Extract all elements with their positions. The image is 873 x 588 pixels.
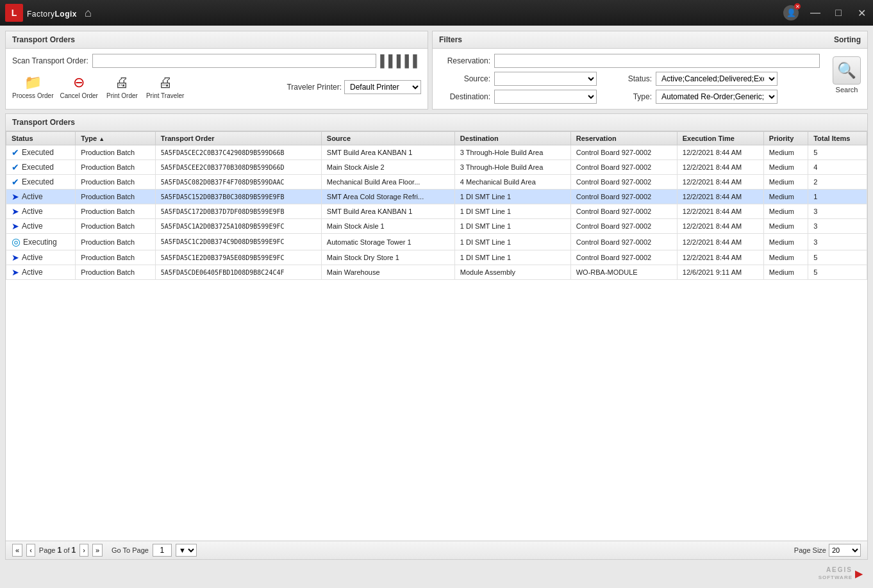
cell-status: ✔ Executed bbox=[6, 160, 76, 175]
print-traveler-button[interactable]: 🖨 Print Traveler bbox=[146, 74, 184, 99]
status-label: Active bbox=[22, 253, 43, 262]
process-order-label: Process Order bbox=[12, 92, 53, 99]
minimize-button[interactable]: — bbox=[809, 6, 822, 19]
status-select[interactable]: Active;Canceled;Delivered;Executed;Exec.… bbox=[656, 72, 777, 86]
cell-transport-order: 5A5FDA5CDE06405FBD1D08D9B8C24C4F bbox=[155, 265, 321, 280]
cell-reservation: Control Board 927-0002 bbox=[570, 234, 677, 250]
cell-total-items: 5 bbox=[808, 265, 867, 280]
cell-priority: Medium bbox=[763, 219, 808, 234]
cancel-order-button[interactable]: ⊖ Cancel Order bbox=[60, 74, 97, 99]
cell-destination: 3 Through-Hole Build Area bbox=[454, 160, 570, 175]
cell-transport-order: 5A5FDA5C152D0B37B0C308D9B599E9FB bbox=[155, 190, 321, 204]
toolbar-row: 📁 Process Order ⊖ Cancel Order 🖨 Print O… bbox=[12, 74, 421, 99]
cell-transport-order: 5A5FDA5CEE2C0B3770B308D9B599D66D bbox=[155, 160, 321, 175]
table-row[interactable]: ➤ Active Production Batch 5A5FDA5C1E2D0B… bbox=[6, 250, 867, 265]
cell-status: ➤ Active bbox=[6, 265, 76, 280]
cell-transport-order: 5A5FDA5C172D0B37D7DF08D9B599E9FB bbox=[155, 204, 321, 219]
print-order-button[interactable]: 🖨 Print Order bbox=[104, 74, 140, 99]
cell-priority: Medium bbox=[763, 250, 808, 265]
close-button[interactable]: ✕ bbox=[855, 6, 868, 19]
cell-reservation: WO-RBA-MODULE bbox=[570, 265, 677, 280]
table-row[interactable]: ✔ Executed Production Batch 5A5FDA5CEC2C… bbox=[6, 145, 867, 160]
scan-input[interactable] bbox=[92, 54, 377, 68]
cell-destination: 1 DI SMT Line 1 bbox=[454, 190, 570, 204]
cell-source: Automatic Storage Tower 1 bbox=[321, 234, 454, 250]
col-transport-order[interactable]: Transport Order bbox=[155, 132, 321, 145]
source-row: Source: Status: Active;Canceled;Delivere… bbox=[439, 72, 820, 86]
barcode-icon: ▌▌▌▌▌ bbox=[380, 54, 421, 68]
cell-execution-time: 12/2/2021 8:44 AM bbox=[677, 204, 763, 219]
goto-dropdown[interactable]: ▼ bbox=[176, 544, 197, 557]
cell-reservation: Control Board 927-0002 bbox=[570, 190, 677, 204]
col-status[interactable]: Status bbox=[6, 132, 76, 145]
table-row[interactable]: ➤ Active Production Batch 5A5FDA5C172D0B… bbox=[6, 204, 867, 219]
cell-priority: Medium bbox=[763, 234, 808, 250]
cell-priority: Medium bbox=[763, 145, 808, 160]
col-destination[interactable]: Destination bbox=[454, 132, 570, 145]
col-reservation[interactable]: Reservation bbox=[570, 132, 677, 145]
table-row[interactable]: ➤ Active Production Batch 5A5FDA5C1A2D0B… bbox=[6, 219, 867, 234]
page-size-label: Page Size bbox=[794, 546, 826, 554]
first-page-button[interactable]: « bbox=[12, 544, 22, 557]
goto-input[interactable] bbox=[153, 544, 172, 557]
print-order-label: Print Order bbox=[106, 92, 138, 99]
search-label: Search bbox=[836, 86, 858, 94]
printer-select[interactable]: Default Printer bbox=[344, 80, 421, 94]
next-page-button[interactable]: › bbox=[79, 544, 88, 557]
table-container[interactable]: Status Type ▲ Transport Order Source Des… bbox=[6, 131, 867, 541]
print-traveler-label: Print Traveler bbox=[146, 92, 184, 99]
table-row[interactable]: ➤ Active Production Batch 5A5FDA5CDE0640… bbox=[6, 265, 867, 280]
col-execution-time[interactable]: Execution Time bbox=[677, 132, 763, 145]
user-avatar[interactable]: 👤 ✕ bbox=[783, 5, 799, 20]
reservation-input[interactable] bbox=[494, 54, 820, 68]
main-area: Transport Orders Scan Transport Order: ▌… bbox=[0, 26, 873, 588]
col-source[interactable]: Source bbox=[321, 132, 454, 145]
cell-priority: Medium bbox=[763, 175, 808, 190]
last-page-button[interactable]: » bbox=[92, 544, 103, 557]
cell-status: ◎ Executing bbox=[6, 234, 76, 250]
col-type[interactable]: Type ▲ bbox=[76, 132, 155, 145]
prev-page-button[interactable]: ‹ bbox=[26, 544, 35, 557]
app-logo: L bbox=[5, 4, 23, 22]
table-row[interactable]: ◎ Executing Production Batch 5A5FDA5C1C2… bbox=[6, 234, 867, 250]
transport-panel-title: Transport Orders bbox=[6, 31, 428, 49]
cell-type: Production Batch bbox=[76, 219, 155, 234]
cell-total-items: 5 bbox=[808, 145, 867, 160]
sorting-label: Sorting bbox=[834, 35, 861, 44]
table-row[interactable]: ✔ Executed Production Batch 5A5FDA5CEE2C… bbox=[6, 160, 867, 175]
status-label: Executed bbox=[22, 177, 54, 186]
process-order-button[interactable]: 📁 Process Order bbox=[12, 74, 53, 99]
reservation-label: Reservation: bbox=[439, 56, 490, 65]
status-icon: ➤ bbox=[12, 267, 19, 277]
cell-type: Production Batch bbox=[76, 190, 155, 204]
cell-type: Production Batch bbox=[76, 265, 155, 280]
cell-execution-time: 12/2/2021 8:44 AM bbox=[677, 160, 763, 175]
page-info: Page 1 of 1 bbox=[39, 546, 76, 555]
table-header-row: Status Type ▲ Transport Order Source Des… bbox=[6, 132, 867, 145]
cell-type: Production Batch bbox=[76, 234, 155, 250]
filters-title: Filters bbox=[439, 35, 462, 44]
type-select[interactable]: Automated Re-Order;Generic;Production... bbox=[656, 90, 777, 104]
col-total-items[interactable]: Total Items bbox=[808, 132, 867, 145]
search-icon: 🔍 bbox=[833, 56, 861, 85]
cell-type: Production Batch bbox=[76, 145, 155, 160]
page-size-select[interactable]: 20 50 100 bbox=[829, 544, 861, 557]
table-row[interactable]: ➤ Active Production Batch 5A5FDA5C152D0B… bbox=[6, 190, 867, 204]
destination-select[interactable] bbox=[494, 90, 597, 104]
maximize-button[interactable]: □ bbox=[832, 6, 845, 19]
status-label: Active bbox=[22, 192, 43, 201]
table-row[interactable]: ✔ Executed Production Batch 5A5FDA5C082D… bbox=[6, 175, 867, 190]
source-select[interactable] bbox=[494, 72, 597, 86]
cell-status: ✔ Executed bbox=[6, 175, 76, 190]
home-icon[interactable]: ⌂ bbox=[85, 6, 92, 20]
status-icon: ➤ bbox=[12, 252, 19, 263]
cancel-order-label: Cancel Order bbox=[60, 92, 97, 99]
search-button[interactable]: 🔍 Search bbox=[833, 56, 861, 94]
col-priority[interactable]: Priority bbox=[763, 132, 808, 145]
branding-logo: ▶ bbox=[855, 568, 863, 580]
top-panels: Transport Orders Scan Transport Order: ▌… bbox=[5, 31, 868, 110]
table-panel: Transport Orders Status Type ▲ Transport… bbox=[5, 113, 868, 560]
titlebar: L FactoryLogix ⌂ 👤 ✕ — □ ✕ bbox=[0, 0, 873, 26]
user-badge: ✕ bbox=[794, 3, 801, 10]
cell-total-items: 3 bbox=[808, 234, 867, 250]
